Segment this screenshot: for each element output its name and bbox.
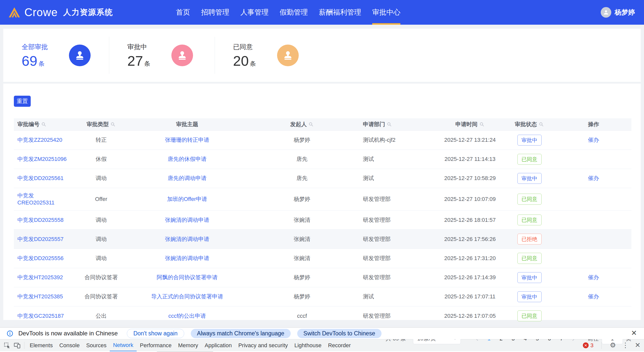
devtools-close-icon[interactable]: ✕ xyxy=(635,342,640,349)
status-badge: 已同意 xyxy=(517,215,542,225)
initiator: cccf xyxy=(245,306,359,326)
approval-id-link[interactable]: 中竞发 CREO2025311 xyxy=(17,192,55,206)
approval-id-link[interactable]: 中竞发DD2025561 xyxy=(17,175,63,181)
approval-id-link[interactable]: 中竞发DD2025557 xyxy=(17,236,63,242)
department: 研发管理部 xyxy=(359,249,437,268)
urge-link[interactable]: 催办 xyxy=(588,175,599,181)
divider xyxy=(601,342,602,349)
status-badge: 已拒绝 xyxy=(517,234,542,244)
initiator: 唐先 xyxy=(245,150,359,169)
notification-close-icon[interactable]: ✕ xyxy=(631,330,637,337)
nav-item[interactable]: 审批中心 xyxy=(367,0,406,25)
table-row: 中竞发GC2025187 公出 cccf的公出申请 cccf 研发管理部 202… xyxy=(14,306,631,326)
notification-action-button[interactable]: Don't show again xyxy=(127,329,184,338)
approval-id-link[interactable]: 中竞发ZM20251096 xyxy=(17,156,67,162)
nav-item[interactable]: 人事管理 xyxy=(235,0,274,25)
status-badge: 审批中 xyxy=(517,135,542,146)
approval-subject-link[interactable]: 唐先的调动申请 xyxy=(168,175,207,181)
error-icon: ✕ xyxy=(583,342,589,348)
column-header: 操作 xyxy=(556,118,631,130)
search-icon[interactable] xyxy=(110,122,116,127)
approval-type: 调动 xyxy=(73,169,130,188)
error-badge[interactable]: ✕ 3 xyxy=(583,342,593,349)
initiator: 张婉清 xyxy=(245,249,359,268)
stat-card[interactable]: 已同意 20 条 xyxy=(215,29,320,82)
nav-item-label: 招聘管理 xyxy=(201,8,229,17)
device-toolbar-icon[interactable] xyxy=(12,339,22,351)
info-icon xyxy=(7,330,13,337)
devtools-tab[interactable]: Recorder xyxy=(325,339,354,351)
approval-id-link[interactable]: 中竞发DD2025556 xyxy=(17,255,63,261)
department: 研发管理部 xyxy=(359,188,437,210)
nav-item-label: 薪酬福利管理 xyxy=(319,8,361,17)
approval-id-link[interactable]: 中竞发HT2025392 xyxy=(17,274,63,280)
stat-card[interactable]: 全部审批 69 条 xyxy=(3,29,109,82)
inspect-element-icon[interactable] xyxy=(2,339,12,351)
column-header-label: 审批状态 xyxy=(515,121,537,127)
nav-item-label: 假勤管理 xyxy=(280,8,308,17)
devtools-tab[interactable]: Console xyxy=(56,339,83,351)
nav-item[interactable]: 假勤管理 xyxy=(274,0,313,25)
search-icon[interactable] xyxy=(479,122,485,127)
approval-subject-link[interactable]: 张婉清的调动申请 xyxy=(165,217,209,223)
apply-time: 2025-12-27 10:07:09 xyxy=(437,188,503,210)
apply-time: 2025-12-26 17:07:11 xyxy=(437,287,503,306)
approval-id-link[interactable]: 中竞发HT2025385 xyxy=(17,293,63,300)
table-row: 中竞发HT2025385 合同协议签署 导入正式的合同协议签署申请 杨梦婷 测试… xyxy=(14,287,631,306)
approval-id-link[interactable]: 中竞发ZZ2025420 xyxy=(17,137,62,143)
search-icon[interactable] xyxy=(308,122,314,127)
urge-link[interactable]: 催办 xyxy=(588,137,599,143)
department: 测试 xyxy=(359,150,437,169)
column-header-label: 审批类型 xyxy=(87,121,109,127)
username: 杨梦婷 xyxy=(615,8,635,17)
notification-action-button[interactable]: Switch DevTools to Chinese xyxy=(297,329,382,338)
user-menu[interactable]: 杨梦婷 xyxy=(601,7,635,18)
approval-subject-link[interactable]: 张婉清的调动申请 xyxy=(165,255,209,261)
reset-button[interactable]: 重置 xyxy=(14,96,31,107)
devtools-tab[interactable]: Privacy and security xyxy=(235,339,291,351)
search-icon[interactable] xyxy=(539,122,544,127)
status-badge: 审批中 xyxy=(517,173,542,184)
devtools-tab[interactable]: Elements xyxy=(26,339,56,351)
apply-time: 2025-12-26 18:01:57 xyxy=(437,210,503,230)
devtools-tab[interactable]: Application xyxy=(201,339,235,351)
search-icon[interactable] xyxy=(387,122,392,127)
approval-subject-link[interactable]: 唐先的休假申请 xyxy=(168,156,207,162)
approval-id-link[interactable]: 中竞发GC2025187 xyxy=(17,313,64,319)
approval-type: 转正 xyxy=(73,130,130,150)
approval-subject-link[interactable]: cccf的公出申请 xyxy=(168,313,206,319)
status-badge: 审批中 xyxy=(517,272,542,283)
settings-gear-icon[interactable]: ⚙ xyxy=(610,342,616,349)
approval-subject-link[interactable]: 导入正式的合同协议签署申请 xyxy=(151,293,223,300)
devtools-tab[interactable]: Performance xyxy=(137,339,175,351)
brand-name: Crowe xyxy=(24,6,58,19)
approval-subject-link[interactable]: 阿飘的合同协议签署申请 xyxy=(157,274,218,280)
devtools-tab[interactable]: Memory xyxy=(175,339,201,351)
devtools-tab[interactable]: Network xyxy=(110,339,137,351)
nav-item-label: 首页 xyxy=(176,8,190,17)
approval-type: Offer xyxy=(73,188,130,210)
urge-link[interactable]: 催办 xyxy=(588,293,599,300)
urge-link[interactable]: 催办 xyxy=(588,274,599,280)
devtools-tab[interactable]: Sources xyxy=(83,339,110,351)
approval-subject-link[interactable]: 张婉清的调动申请 xyxy=(165,236,209,242)
table-row: 中竞发DD2025561 调动 唐先的调动申请 唐先 测试 2025-12-27… xyxy=(14,169,631,188)
notification-action-button[interactable]: Always match Chrome's language xyxy=(191,329,291,338)
stat-card[interactable]: 审批中 27 条 xyxy=(109,29,215,82)
approval-subject-link[interactable]: 加班的Offer申请 xyxy=(167,196,207,202)
brand[interactable]: Crowe 人力资源系统 xyxy=(8,6,113,19)
department: 研发管理部 xyxy=(359,268,437,287)
approval-id-link[interactable]: 中竞发DD2025558 xyxy=(17,217,63,223)
nav-item[interactable]: 薪酬福利管理 xyxy=(313,0,367,25)
approval-type: 休假 xyxy=(73,150,130,169)
devtools-tab[interactable]: Lighthouse xyxy=(291,339,325,351)
nav-item[interactable]: 首页 xyxy=(170,0,196,25)
table-row: 中竞发ZZ2025420 转正 张珊珊的转正申请 杨梦婷 测试机构-cjf2 2… xyxy=(14,130,631,150)
kebab-menu-icon[interactable]: ⋮ xyxy=(622,342,629,349)
column-header: 发起人 xyxy=(245,118,359,130)
approval-subject-link[interactable]: 张珊珊的转正申请 xyxy=(165,137,209,143)
nav-item[interactable]: 招聘管理 xyxy=(196,0,235,25)
search-icon[interactable] xyxy=(41,122,47,127)
approval-type: 调动 xyxy=(73,210,130,230)
table-row: 中竞发HT2025392 合同协议签署 阿飘的合同协议签署申请 杨梦婷 研发管理… xyxy=(14,268,631,287)
